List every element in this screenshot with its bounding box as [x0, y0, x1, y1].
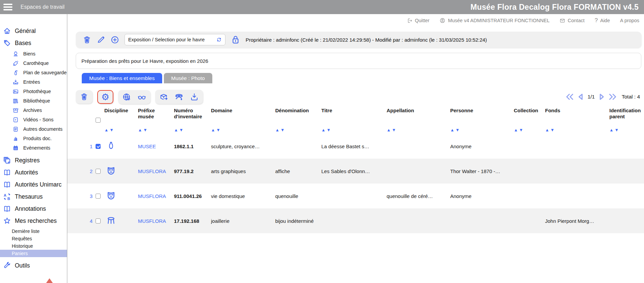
tab-bar: Musée : Biens et ensembles Musée : Photo	[82, 73, 644, 83]
sidebar-item-archives[interactable]: Archives	[0, 106, 67, 115]
last-page-icon[interactable]	[607, 93, 617, 101]
row-number-link[interactable]: 1	[90, 144, 93, 149]
sidebar-item-label: Biens	[23, 51, 35, 56]
sidebar-item-autorites-unimarc[interactable]: Autorités Unimarc	[0, 178, 67, 191]
export-web-button[interactable]	[122, 92, 131, 102]
sort-control[interactable]: ▲▼	[211, 128, 272, 132]
table-row: 1 MUSEE 1862.1.1 sculpture, croyance… La…	[67, 134, 644, 159]
translate-icon: AB	[3, 193, 11, 201]
sort-control[interactable]: ▲▼	[138, 128, 171, 132]
row-number-link[interactable]: 2	[90, 168, 93, 174]
sort-control[interactable]: ▲▼	[174, 128, 208, 132]
sidebar-item-label: Archives	[23, 108, 42, 113]
sidebar-item-bibliotheque[interactable]: Bibliothèque	[0, 96, 67, 106]
denomination-cell: bijou indéterminé	[275, 218, 321, 224]
settings-button[interactable]: ⚙	[101, 92, 109, 102]
quit-link[interactable]: Quitter	[407, 18, 430, 24]
sort-control[interactable]: ▲▼	[450, 128, 510, 132]
sort-control[interactable]: ▲▼	[104, 128, 135, 132]
sidebar-item-registres[interactable]: Registres	[0, 154, 67, 166]
row-number-link[interactable]: 4	[90, 218, 93, 224]
domaine-cell: vie domestique	[211, 193, 275, 199]
sort-control[interactable]: ▲▼	[275, 128, 318, 132]
basket-select[interactable]: Exposition / Selection pour le havre	[124, 34, 225, 45]
denomination-cell: quenouille	[275, 193, 321, 199]
row-checkbox[interactable]	[96, 194, 101, 199]
previous-page-icon[interactable]	[577, 93, 585, 101]
question-icon: ?	[595, 17, 598, 24]
sort-desc-icon: ▼	[109, 128, 114, 132]
workspaces-label[interactable]: Espaces de travail	[21, 4, 65, 10]
sidebar-item-produits-doc[interactable]: Produits doc.	[0, 134, 67, 143]
add-basket-button[interactable]	[110, 35, 119, 44]
delete-items-button[interactable]	[80, 92, 88, 101]
prefix-link[interactable]: MUSFLORA	[138, 168, 174, 174]
book-icon	[3, 168, 11, 176]
sidebar-item-biens[interactable]: Biens	[0, 49, 67, 58]
sort-control[interactable]: ▲▼	[609, 128, 641, 132]
personne-cell: Anonyme	[450, 144, 514, 149]
prefix-link[interactable]: MUSEE	[138, 144, 174, 149]
contact-link[interactable]: Contact	[560, 18, 584, 24]
sidebar-item-derniere-liste[interactable]: Dernière liste	[0, 228, 67, 235]
download-button[interactable]	[190, 92, 199, 102]
edit-basket-button[interactable]	[97, 35, 105, 44]
video-doc-icon	[12, 117, 19, 123]
next-page-icon[interactable]	[598, 93, 606, 101]
prefix-link[interactable]: MUSFLORA	[138, 193, 174, 199]
sidebar-item-requetes[interactable]: Requêtes	[0, 235, 67, 242]
sidebar-item-videos-sons[interactable]: Vidéos - Sons	[0, 115, 67, 124]
sidebar-item-historique[interactable]: Historique	[0, 242, 67, 250]
delete-basket-button[interactable]	[82, 35, 92, 44]
lock-icon	[230, 35, 241, 45]
export-box-button[interactable]	[159, 92, 168, 102]
sidebar-item-annotations[interactable]: Annotations	[0, 203, 67, 215]
sort-control[interactable]: ▲▼	[387, 128, 447, 132]
tab-photo[interactable]: Musée : Photo	[164, 73, 212, 83]
row-number-link[interactable]: 3	[90, 193, 93, 199]
tab-biens-et-ensembles[interactable]: Musée : Biens et ensembles	[82, 73, 162, 83]
inbox-arrow-icon	[12, 79, 19, 85]
domaine-cell: joaillerie	[211, 218, 275, 224]
select-all-checkbox[interactable]	[96, 118, 101, 123]
watch-button[interactable]	[174, 92, 184, 102]
column-header-domaine: Domaine▲▼	[211, 106, 275, 134]
sidebar-item-thesaurus[interactable]: AB Thesaurus	[0, 191, 67, 203]
sidebar-item-plan-sauvegarde[interactable]: Plan de sauvegarde	[0, 68, 67, 77]
export-group	[155, 90, 203, 104]
sidebar-item-evenements[interactable]: Evènements	[0, 143, 67, 153]
row-checkbox[interactable]	[96, 169, 101, 174]
user-icon	[439, 17, 445, 24]
sidebar-item-label: Vidéos - Sons	[23, 117, 53, 122]
sidebar-item-label: Carothèque	[23, 60, 49, 66]
glasses-icon	[137, 92, 146, 102]
column-header-discipline: Discipline▲▼	[104, 106, 138, 134]
sort-asc-icon: ▲	[609, 128, 614, 132]
warning-triangle-icon	[44, 278, 55, 283]
sidebar-item-paniers[interactable]: Paniers	[0, 250, 67, 257]
sidebar-item-label: Produits doc.	[23, 136, 52, 141]
sort-control[interactable]: ▲▼	[545, 128, 606, 132]
about-link[interactable]: A propos	[620, 18, 639, 23]
sidebar-item-entrees[interactable]: Entrées	[0, 77, 67, 87]
sidebar-item-autorites[interactable]: Autorités	[0, 166, 67, 178]
help-link[interactable]: ? Aide	[595, 17, 610, 24]
row-checkbox[interactable]	[96, 218, 101, 224]
basket-title-input[interactable]: Préparation des prêts pour Le Havre, exp…	[76, 53, 641, 69]
row-checkbox[interactable]	[96, 144, 101, 149]
sidebar-item-autres-documents[interactable]: Autres documents	[0, 124, 67, 134]
first-page-icon[interactable]	[565, 93, 575, 101]
sidebar-item-general[interactable]: Général	[0, 25, 67, 37]
sidebar-item-mes-recherches[interactable]: Mes recherches	[0, 215, 67, 227]
preview-button[interactable]	[137, 92, 146, 102]
sidebar-item-outils[interactable]: Outils	[0, 259, 67, 272]
sort-control[interactable]: ▲▼	[321, 128, 383, 132]
sidebar-item-carotheque[interactable]: Carothèque	[0, 58, 67, 68]
column-header-numero: Numéro d'inventaire▲▼	[174, 106, 211, 134]
sort-control[interactable]: ▲▼	[514, 128, 542, 132]
hamburger-menu-icon[interactable]	[3, 2, 12, 12]
prefix-link[interactable]: MUSFLORA	[138, 218, 174, 224]
sidebar-item-phototheque[interactable]: Photothèque	[0, 87, 67, 96]
sidebar-item-bases[interactable]: Bases	[0, 37, 67, 49]
current-user[interactable]: Musée v4 ADMINISTRATEUR FONCTIONNEL	[439, 17, 549, 24]
